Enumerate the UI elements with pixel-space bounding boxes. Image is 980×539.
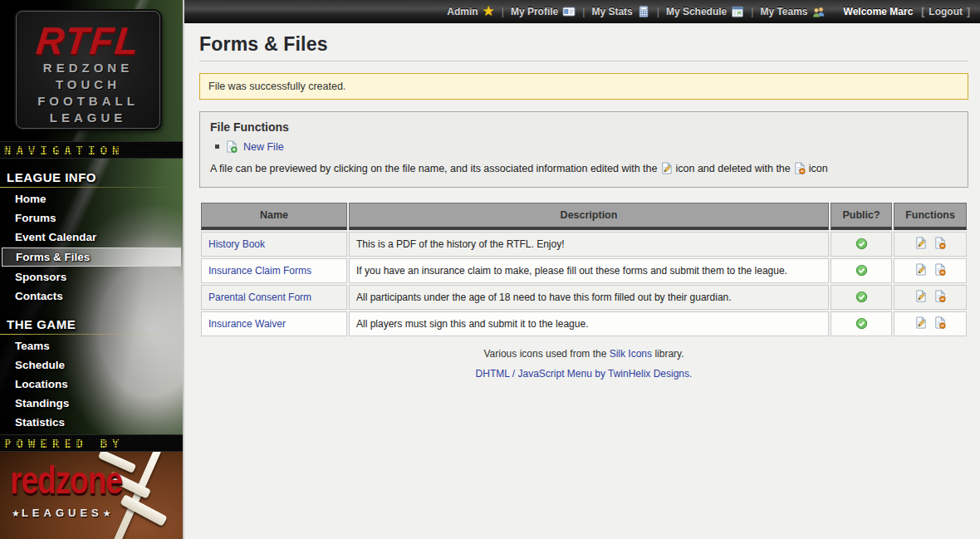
page-delete-icon[interactable] bbox=[933, 263, 946, 276]
dhtml-link[interactable]: DHTML bbox=[476, 368, 510, 380]
topbar-separator: | bbox=[502, 6, 504, 17]
sidebar-item-forms-files[interactable]: Forms & Files bbox=[2, 247, 181, 267]
logout-link[interactable]: Logout bbox=[929, 6, 963, 17]
table-header-row: Name Description Public? Functions bbox=[201, 203, 967, 230]
sidebar-nav: LEAGUE INFO Home Forums Event Calendar F… bbox=[0, 159, 183, 434]
page-edit-icon[interactable] bbox=[914, 237, 927, 249]
sidebar-logo-area: RTFL REDZONE TOUCH FOOTBALL LEAGUE bbox=[0, 0, 183, 141]
title-divider bbox=[199, 61, 968, 61]
file-functions-help-text: A file can be previewed by clicking on t… bbox=[210, 161, 958, 177]
main-content: Forms & Files File was successfully crea… bbox=[184, 23, 980, 539]
file-name-link[interactable]: Insurance Waiver bbox=[208, 318, 286, 330]
table-row: History Book This is a PDF of the histor… bbox=[201, 232, 967, 257]
rtfl-forms-files-page: RTFL REDZONE TOUCH FOOTBALL LEAGUE NAVIG… bbox=[0, 0, 980, 539]
sidebar: RTFL REDZONE TOUCH FOOTBALL LEAGUE NAVIG… bbox=[0, 0, 184, 539]
table-row: Parental Consent Form All participants u… bbox=[201, 285, 967, 310]
star-glyph: ★ bbox=[12, 508, 22, 518]
topbar-my-schedule-link[interactable]: My Schedule bbox=[666, 5, 744, 18]
topbar-separator: | bbox=[582, 6, 585, 17]
page-edit-icon[interactable] bbox=[914, 316, 927, 329]
files-table: Name Description Public? Functions Histo… bbox=[199, 201, 968, 338]
file-name-link[interactable]: Parental Consent Form bbox=[208, 292, 311, 303]
file-functions-title: File Functions bbox=[210, 120, 958, 134]
page-edit-icon bbox=[660, 162, 673, 174]
silk-icons-link[interactable]: Silk Icons bbox=[610, 348, 652, 360]
sidebar-item-locations[interactable]: Locations bbox=[0, 375, 183, 394]
icons-credit-line: Various icons used from the Silk Icons l… bbox=[199, 348, 968, 360]
javascript-menu-link[interactable]: JavaScript Menu bbox=[518, 368, 592, 380]
file-name-link[interactable]: History Book bbox=[208, 238, 265, 250]
topbar-admin-link[interactable]: Admin ★ bbox=[447, 5, 495, 18]
redzone-leagues-logo[interactable]: redzone ★LEAGUES★ bbox=[0, 452, 183, 539]
page-delete-icon[interactable] bbox=[933, 316, 946, 329]
column-header-functions: Functions bbox=[894, 203, 967, 230]
navigation-marquee: NAVIGATION bbox=[0, 141, 183, 159]
calculator-icon bbox=[637, 5, 650, 18]
page-edit-icon[interactable] bbox=[914, 263, 927, 276]
rtfl-logo-line: LEAGUE bbox=[17, 110, 159, 126]
topbar-my-teams-link[interactable]: My Teams bbox=[760, 5, 825, 18]
file-description: All players must sign this and submit it… bbox=[349, 311, 829, 336]
rtfl-logo-line: TOUCH bbox=[17, 76, 159, 93]
sidebar-item-event-calendar[interactable]: Event Calendar bbox=[0, 228, 183, 247]
vcard-icon bbox=[562, 5, 576, 18]
redzone-wordmark: redzone bbox=[10, 461, 122, 499]
nav-header-the-game: THE GAME bbox=[0, 316, 183, 335]
sidebar-item-statistics[interactable]: Statistics bbox=[0, 413, 183, 432]
group-icon bbox=[812, 5, 826, 18]
page-add-icon bbox=[225, 140, 238, 153]
leagues-wordmark: ★LEAGUES★ bbox=[12, 507, 113, 519]
rtfl-logo: RTFL REDZONE TOUCH FOOTBALL LEAGUE bbox=[16, 11, 160, 129]
logout-bracket: [ bbox=[921, 6, 924, 17]
new-file-link[interactable]: New File bbox=[243, 141, 284, 153]
sidebar-item-contacts[interactable]: Contacts bbox=[0, 287, 183, 306]
accept-icon bbox=[855, 291, 868, 303]
rtfl-logo-line: FOOTBALL bbox=[17, 93, 159, 110]
logout-bracket: ] bbox=[967, 6, 970, 17]
page-edit-icon[interactable] bbox=[914, 290, 927, 302]
column-header-description: Description bbox=[349, 203, 829, 230]
topbar-separator: | bbox=[751, 6, 753, 17]
page-delete-icon[interactable] bbox=[933, 237, 946, 249]
page-delete-icon bbox=[793, 162, 806, 174]
nav-header-league-info: LEAGUE INFO bbox=[0, 169, 183, 188]
file-description: If you have an insurance claim to make, … bbox=[349, 258, 829, 283]
sidebar-item-schedule[interactable]: Schedule bbox=[0, 355, 183, 375]
new-file-list-item: New File bbox=[215, 140, 958, 153]
file-name-link[interactable]: Insurance Claim Forms bbox=[208, 265, 311, 277]
menu-credit-line: DHTML / JavaScript Menu by TwinHelix Des… bbox=[199, 368, 968, 380]
accept-icon bbox=[855, 238, 868, 250]
sidebar-item-forums[interactable]: Forums bbox=[0, 208, 183, 228]
topbar-separator: | bbox=[657, 6, 659, 17]
star-icon: ★ bbox=[483, 5, 495, 18]
file-functions-panel: File Functions New File A file can be pr… bbox=[199, 111, 968, 188]
twinhelix-designs-link[interactable]: TwinHelix Designs bbox=[608, 368, 689, 380]
accept-icon bbox=[855, 317, 868, 330]
sidebar-item-home[interactable]: Home bbox=[0, 189, 183, 208]
rtfl-logo-abbr: RTFL bbox=[15, 22, 162, 60]
flash-success-message: File was successfully created. bbox=[199, 73, 968, 100]
square-bullet bbox=[215, 145, 219, 149]
powered-by-marquee: POWERED BY bbox=[0, 434, 183, 452]
welcome-user-label: Welcome Marc bbox=[844, 6, 914, 17]
topbar-my-stats-link[interactable]: My Stats bbox=[591, 5, 649, 18]
rtfl-logo-line: REDZONE bbox=[17, 60, 159, 76]
column-header-public: Public? bbox=[831, 203, 892, 230]
topbar-my-profile-link[interactable]: My Profile bbox=[511, 5, 576, 18]
sidebar-item-standings[interactable]: Standings bbox=[0, 394, 183, 413]
page-title: Forms & Files bbox=[199, 33, 968, 56]
accept-icon bbox=[855, 264, 868, 277]
table-row: Insurance Claim Forms If you have an ins… bbox=[201, 258, 967, 283]
topbar: Admin ★ | My Profile | My Stats | My Sch… bbox=[184, 0, 980, 23]
file-description: This is a PDF of the history of the RTFL… bbox=[349, 232, 829, 257]
file-description: All participants under the age of 18 nee… bbox=[349, 285, 829, 310]
table-row: Insurance Waiver All players must sign t… bbox=[201, 311, 967, 336]
star-glyph: ★ bbox=[103, 508, 113, 518]
page-delete-icon[interactable] bbox=[933, 290, 946, 302]
column-header-name: Name bbox=[201, 203, 347, 230]
sidebar-item-teams[interactable]: Teams bbox=[0, 336, 183, 355]
sidebar-item-sponsors[interactable]: Sponsors bbox=[0, 267, 183, 287]
calendar-icon bbox=[731, 5, 744, 18]
